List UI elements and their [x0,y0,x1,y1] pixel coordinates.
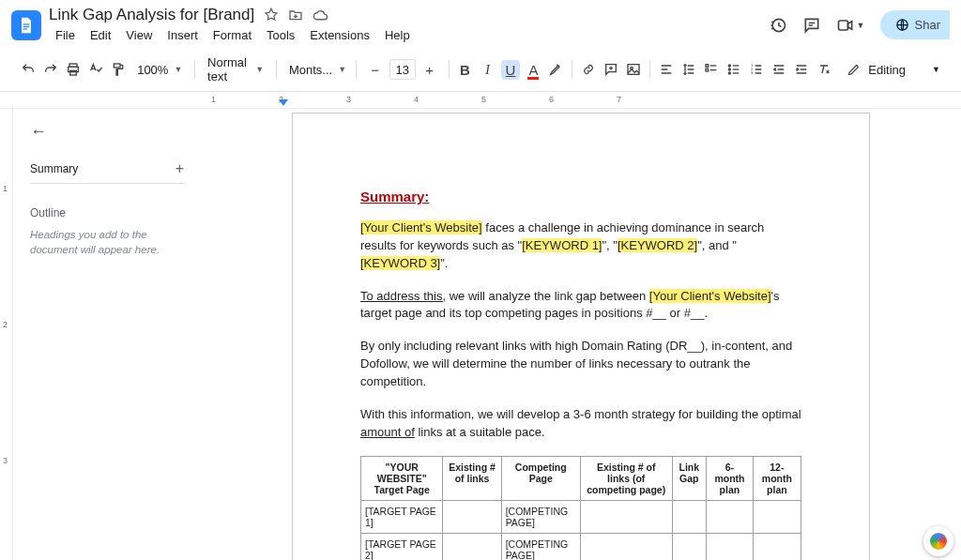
svg-rect-12 [706,65,709,68]
increase-font-button[interactable]: + [418,57,442,82]
paragraph-2: To address this, we will analyze the lin… [360,288,801,324]
horizontal-ruler[interactable]: 1 2 3 4 5 6 7 [0,92,961,109]
summary-heading[interactable]: Summary [30,162,78,175]
cloud-status-icon[interactable] [313,8,328,23]
app-header: Link Gap Analysis for [Brand] File Edit … [0,0,961,50]
increase-indent-button[interactable] [792,57,811,82]
svg-rect-2 [23,28,27,29]
spellcheck-button[interactable] [86,57,105,82]
vertical-ruler[interactable]: 1 2 3 [0,109,13,560]
redo-button[interactable] [41,57,60,82]
document-page[interactable]: Summary: [Your Client's Website] faces a… [292,113,870,560]
decrease-font-button[interactable]: − [363,57,388,82]
svg-rect-4 [838,21,847,30]
clear-formatting-button[interactable] [815,57,833,82]
menu-tools[interactable]: Tools [260,26,301,44]
svg-point-15 [729,68,731,70]
share-button[interactable]: Shar [880,10,950,39]
insert-image-button[interactable] [624,57,643,82]
decrease-indent-button[interactable] [770,57,788,82]
italic-button[interactable]: I [479,57,497,82]
menu-bar: File Edit View Insert Format Tools Exten… [49,26,761,44]
editing-mode-dropdown[interactable]: Editing ▼ [837,59,950,81]
document-title[interactable]: Link Gap Analysis for [Brand] [49,6,254,24]
menu-extensions[interactable]: Extensions [303,26,376,44]
paragraph-4: With this information, we will develop a… [360,406,801,442]
svg-text:3: 3 [751,70,754,75]
paragraph-style-dropdown[interactable]: Normal text▼ [202,53,269,85]
font-size-input[interactable]: 13 [389,59,416,80]
history-icon[interactable] [769,16,787,35]
explore-fab[interactable] [923,526,953,556]
paragraph-3: By only including relevant links with hi… [360,338,801,391]
toolbar: 100%▼ Normal text▼ Monts...▼ − 13 + B I … [0,50,961,92]
svg-rect-9 [114,64,120,68]
table-header-row: "YOUR WEBSITE" Target Page Existing # of… [361,457,801,501]
link-gap-table: "YOUR WEBSITE" Target Page Existing # of… [360,456,801,560]
underline-button[interactable]: U [501,57,521,82]
outline-hint: Headings you add to the document will ap… [30,227,184,257]
outline-label: Outline [30,206,184,219]
star-icon[interactable] [264,8,279,23]
menu-edit[interactable]: Edit [84,26,117,44]
menu-file[interactable]: File [49,26,82,44]
back-arrow-icon[interactable]: ← [30,122,184,142]
insert-link-button[interactable] [579,57,598,82]
menu-help[interactable]: Help [378,26,417,44]
doc-heading-summary: Summary: [360,189,801,204]
menu-format[interactable]: Format [206,26,258,44]
svg-point-16 [729,72,731,74]
docs-logo[interactable] [11,10,41,40]
move-folder-icon[interactable] [288,8,303,23]
highlight-color-button[interactable] [546,57,565,82]
line-spacing-button[interactable] [679,57,698,82]
print-button[interactable] [64,57,83,82]
undo-button[interactable] [19,57,38,82]
svg-rect-10 [628,65,639,75]
svg-point-14 [729,65,731,67]
menu-view[interactable]: View [119,26,159,44]
paint-format-button[interactable] [109,57,128,82]
zoom-dropdown[interactable]: 100%▼ [131,61,188,79]
numbered-list-button[interactable]: 123 [747,57,766,82]
add-summary-icon[interactable]: + [175,160,184,177]
paragraph-1: [Your Client's Website] faces a challeng… [360,219,801,273]
svg-rect-0 [23,23,30,24]
bullet-list-button[interactable] [725,57,743,82]
add-comment-button[interactable] [602,57,620,82]
checklist-button[interactable] [702,57,721,82]
align-button[interactable] [657,57,676,82]
table-row: [TARGET PAGE 2][COMPETING PAGE] [361,534,801,560]
text-color-button[interactable]: A [524,57,542,82]
meet-icon[interactable]: ▼ [836,16,865,35]
svg-rect-13 [706,68,709,71]
comments-icon[interactable] [802,16,821,35]
font-family-dropdown[interactable]: Monts...▼ [283,61,349,79]
bold-button[interactable]: B [455,57,474,82]
outline-sidebar: ← Summary + Outline Headings you add to … [13,109,201,560]
svg-rect-1 [23,25,30,26]
table-row: [TARGET PAGE 1][COMPETING PAGE] [361,501,801,534]
menu-insert[interactable]: Insert [160,26,205,44]
